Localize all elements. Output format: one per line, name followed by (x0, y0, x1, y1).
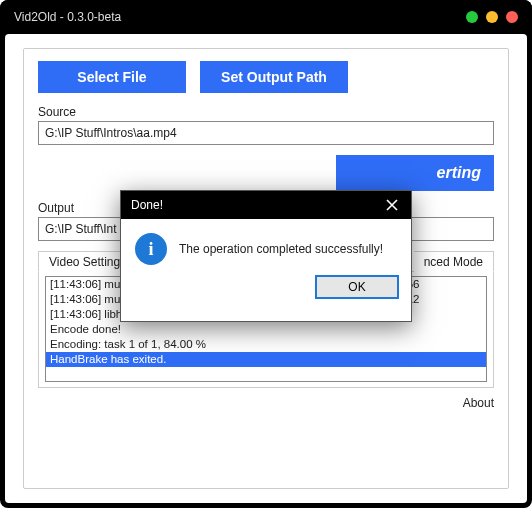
minimize-icon[interactable] (466, 11, 478, 23)
source-input[interactable] (38, 121, 494, 145)
dialog-title: Done! (131, 198, 163, 212)
log-line: Encode done! (50, 322, 482, 337)
convert-row: erting (38, 155, 494, 191)
info-icon: i (135, 233, 167, 265)
source-section: Source (38, 105, 494, 145)
source-label: Source (38, 105, 494, 119)
log-line-selected: HandBrake has exited. (46, 352, 486, 367)
dialog-footer: OK (121, 269, 411, 309)
about-link[interactable]: About (463, 396, 494, 410)
dialog-body: i The operation completed successfully! (121, 219, 411, 269)
window-controls (466, 11, 518, 23)
close-icon[interactable] (506, 11, 518, 23)
top-button-row: Select File Set Output Path (38, 61, 494, 93)
select-file-button[interactable]: Select File (38, 61, 186, 93)
dialog-message: The operation completed successfully! (179, 242, 383, 256)
set-output-path-button[interactable]: Set Output Path (200, 61, 348, 93)
maximize-icon[interactable] (486, 11, 498, 23)
ok-button[interactable]: OK (315, 275, 399, 299)
dialog-close-icon[interactable] (383, 196, 401, 214)
about-row: About (38, 396, 494, 410)
done-dialog: Done! i The operation completed successf… (120, 190, 412, 322)
log-line: Encoding: task 1 of 1, 84.00 % (50, 337, 482, 352)
start-converting-button[interactable]: erting (336, 155, 494, 191)
titlebar: Vid2Old - 0.3.0-beta (0, 0, 532, 34)
dialog-titlebar: Done! (121, 191, 411, 219)
tab-advanced-mode[interactable]: nced Mode (414, 251, 494, 272)
window-title: Vid2Old - 0.3.0-beta (14, 10, 121, 24)
app-window: Vid2Old - 0.3.0-beta Select File Set Out… (0, 0, 532, 508)
